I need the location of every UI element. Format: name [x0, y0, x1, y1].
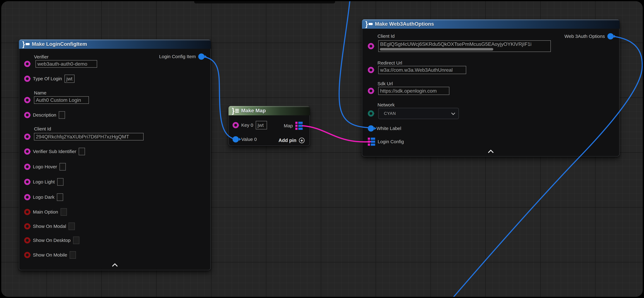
output-pin-label: Login Config Item — [159, 54, 196, 59]
pin-white-label-input[interactable] — [368, 125, 374, 132]
input-field-verifier-sub-identifier[interactable] — [79, 148, 85, 155]
pin-redirect-url-input[interactable] — [368, 67, 374, 73]
collapse-chevron-button[interactable] — [488, 149, 494, 156]
pin-network-input[interactable] — [368, 110, 374, 116]
input-row-logo-hover: Logo Hover — [19, 163, 210, 170]
pin-value-0-input[interactable] — [232, 136, 239, 142]
input-dropdown-network[interactable]: CYAN — [378, 108, 459, 119]
pin-wedge — [239, 138, 241, 141]
input-label-name: Name — [34, 90, 46, 96]
input-field-logo-dark[interactable] — [57, 194, 63, 201]
input-field-logo-light[interactable] — [57, 178, 64, 186]
input-label-redirect-url: Redirect Url — [378, 60, 402, 66]
pin-wedge — [29, 196, 31, 199]
node-header[interactable]: }Make LoginConfigItem — [19, 40, 211, 49]
pin-main-option-input[interactable] — [24, 209, 30, 215]
input-field-text: jwt — [258, 122, 264, 128]
input-field-text: w3a://com.w3a.Web3AuthUnreal — [380, 67, 452, 73]
pin-client-id-input[interactable] — [24, 134, 30, 140]
pin-sdk-url-input[interactable] — [368, 88, 374, 94]
map-pin-value-cell — [371, 138, 375, 140]
input-checkbox-show-on-desktop[interactable] — [73, 236, 79, 244]
dropdown-selected-value: CYAN — [384, 111, 396, 116]
pin-logo-dark-input[interactable] — [24, 194, 30, 200]
pin-login-config-input[interactable] — [368, 138, 375, 146]
input-field-text: jwt — [66, 76, 72, 82]
add-pin-button[interactable]: Add pin+ — [278, 138, 306, 144]
input-field-text: BEglQSgt4cUWcj6SKRdu5QkOXTsePmMcusG5EAoy… — [380, 41, 532, 47]
input-field-type-of-login[interactable]: jwt — [64, 75, 74, 83]
pin-wedge — [29, 225, 31, 228]
pin-show-on-mobile-input[interactable] — [24, 252, 30, 258]
pin-name-input[interactable] — [24, 97, 30, 103]
input-row-white-label: White Label — [362, 125, 619, 132]
pin-show-on-desktop-input[interactable] — [24, 237, 30, 244]
input-field-redirect-url[interactable]: w3a://com.w3a.Web3AuthUnreal — [378, 66, 466, 74]
input-row-description: Description — [19, 111, 210, 119]
input-checkbox-main-option[interactable] — [61, 208, 67, 216]
node-make-web3authoptions[interactable]: }Make Web3AuthOptionsWeb 3Auth OptionsCl… — [362, 19, 620, 156]
input-label-show-on-modal: Show On Modal — [33, 224, 66, 229]
pin-description-input[interactable] — [24, 112, 30, 118]
screen: }Make LoginConfigItemLogin Config ItemVe… — [0, 0, 644, 298]
pin-wedge — [29, 114, 31, 116]
node-make-loginconfigitem[interactable]: }Make LoginConfigItemLogin Config ItemVe… — [19, 40, 211, 270]
pin-wedge — [614, 35, 616, 38]
pin-wedge — [372, 68, 374, 72]
input-label-client-id: Client Id — [378, 34, 395, 39]
input-label-logo-dark: Logo Dark — [33, 194, 54, 200]
input-label-logo-hover: Logo Hover — [33, 164, 57, 170]
pin-verifier-sub-identifier-input[interactable] — [24, 148, 30, 154]
input-label-network: Network — [378, 102, 395, 108]
node-make-map[interactable]: }Make MapMapKey 0jwtValue 0Add pin+ — [228, 106, 310, 146]
input-row-client-id: BEglQSgt4cUWcj6SKRdu5QkOXTsePmMcusG5EAoy… — [362, 43, 619, 49]
pin-show-on-modal-input[interactable] — [24, 223, 30, 230]
input-row-show-on-modal: Show On Modal — [19, 222, 210, 230]
pin-verifier-input[interactable] — [24, 61, 30, 67]
node-header[interactable]: }Make Web3AuthOptions — [362, 19, 620, 29]
chevron-down-icon — [451, 111, 455, 115]
input-checkbox-show-on-modal[interactable] — [68, 222, 75, 230]
input-row-show-on-mobile: Show On Mobile — [19, 251, 210, 259]
pin-wedge — [29, 239, 31, 242]
offscreen-node-bottom-edge — [194, 1, 335, 4]
pin-login-config-item-output[interactable] — [198, 54, 204, 60]
input-field-text: 294QRkchfq2YaXUbPri7D6PH7xzHgQMT — [36, 134, 129, 140]
input-row-key-0: Key 0jwt — [229, 121, 310, 129]
node-header[interactable]: }Make Map — [228, 106, 310, 115]
pin-web-3auth-options-output[interactable] — [607, 33, 614, 40]
input-checkbox-show-on-mobile[interactable] — [70, 251, 76, 259]
input-field-client-id[interactable]: 294QRkchfq2YaXUbPri7D6PH7xzHgQMT — [34, 133, 144, 140]
input-row-redirect-url: w3a://com.w3a.Web3AuthUnreal — [362, 67, 619, 73]
pin-type-of-login-input[interactable] — [24, 76, 30, 82]
make-container-icon: } — [232, 108, 239, 114]
pin-wedge — [372, 112, 374, 115]
map-pin-key-cell — [368, 140, 370, 143]
chevron-up-icon — [488, 150, 494, 156]
input-label-key-0: Key 0 — [241, 122, 253, 128]
input-row-main-option: Main Option — [19, 208, 210, 216]
collapse-chevron-button[interactable] — [112, 263, 118, 269]
input-field-verifier[interactable]: web3auth-auth0-demo — [36, 60, 97, 68]
input-field-sdk-url[interactable]: https://sdk.openlogin.com — [378, 87, 449, 95]
input-label-show-on-desktop: Show On Desktop — [33, 238, 70, 243]
pin-wedge — [29, 62, 31, 66]
input-row-sdk-url: https://sdk.openlogin.com — [362, 88, 619, 94]
pin-wedge — [29, 254, 31, 256]
pin-logo-light-input[interactable] — [24, 179, 30, 185]
pin-wedge — [29, 210, 31, 214]
input-field-name[interactable]: Auth0 Custom Login — [34, 96, 89, 104]
input-field-logo-hover[interactable] — [60, 163, 66, 170]
input-row-show-on-desktop: Show On Desktop — [19, 236, 210, 244]
horizontal-scrollbar-thumb[interactable] — [380, 48, 493, 50]
input-field-key-0[interactable]: jwt — [256, 121, 267, 129]
pin-client-id-input[interactable] — [368, 43, 374, 49]
input-row-logo-light: Logo Light — [19, 178, 210, 186]
pin-key-0-input[interactable] — [232, 122, 239, 128]
blueprint-graph-canvas[interactable]: }Make LoginConfigItemLogin Config ItemVe… — [1, 1, 643, 297]
input-field-description[interactable] — [59, 111, 65, 119]
pin-logo-hover-input[interactable] — [24, 164, 30, 170]
input-row-client-id: 294QRkchfq2YaXUbPri7D6PH7xzHgQMT — [19, 134, 210, 140]
make-struct-icon: } — [365, 21, 373, 27]
input-field-client-id[interactable]: BEglQSgt4cUWcj6SKRdu5QkOXTsePmMcusG5EAoy… — [378, 40, 551, 52]
